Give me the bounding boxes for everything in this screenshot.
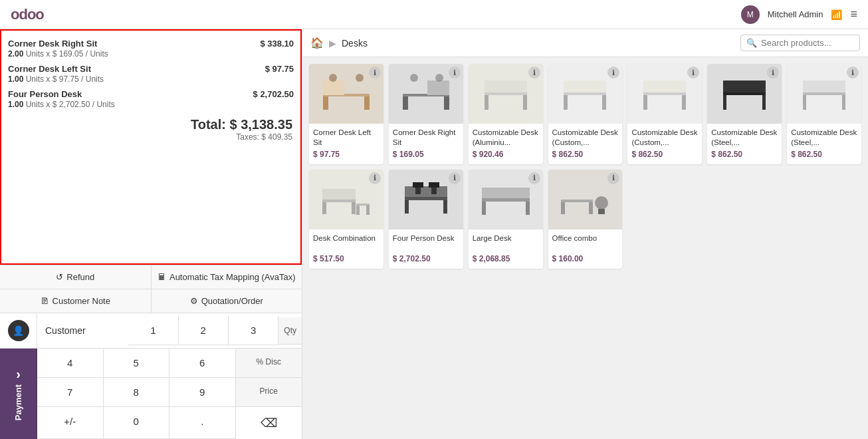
product-details: Customizable Desk (Steel,... $ 862.50 [707,124,782,164]
numpad-dot[interactable]: . [169,407,236,439]
hamburger-menu-icon[interactable]: ≡ [850,7,857,21]
quotation-tab[interactable]: ⚙ Quotation/Order [152,289,302,313]
refund-button[interactable]: ↺ Refund [0,265,152,289]
payment-label: Payment [13,384,23,420]
qty-key[interactable]: Qty [278,317,302,345]
products-area: ℹ Corner Desk Left Sit $ 97.75 [302,57,868,439]
product-info-icon[interactable]: ℹ [449,172,461,184]
search-icon: 🔍 [746,38,757,48]
product-info-icon[interactable]: ℹ [767,67,779,78]
desk-image-svg [479,180,532,220]
product-card[interactable]: ℹ Corner Desk Right Sit $ 169.05 [389,64,463,164]
product-details: Customizable Desk (Aluminiu... $ 920.46 [469,124,543,164]
customer-note-tab[interactable]: 🖹 Customer Note [0,289,152,313]
order-item[interactable]: Corner Desk Left Sit $ 97.75 1.00 Units … [7,61,295,86]
product-details: Large Desk $ 2,068.85 [469,229,543,269]
product-info-icon[interactable]: ℹ [369,172,381,184]
product-name: Customizable Desk (Custom,... [631,128,698,148]
right-panel: 🏠 ▶ Desks 🔍 [302,29,868,439]
order-total: Total: $ 3,138.35 [9,117,292,132]
payment-button[interactable]: › Payment [0,349,37,439]
svg-rect-32 [842,95,845,110]
product-info-icon[interactable]: ℹ [607,67,619,78]
product-card[interactable]: ℹ Customizable Desk (Custom,... $ 862.50 [548,64,623,164]
product-details: Four Person Desk $ 2,702.50 [389,229,463,269]
tabs-row: 🖹 Customer Note ⚙ Quotation/Order [0,289,302,313]
product-card[interactable]: ℹ Office combo $ 160.00 [548,170,623,269]
item-detail: 1.00 Units x $ 97.75 / Units [8,74,294,84]
product-info-icon[interactable]: ℹ [687,67,699,78]
price-key[interactable]: Price [236,378,302,407]
product-details: Customizable Desk (Custom,... $ 862.50 [548,124,623,164]
numpad-plus-minus[interactable]: +/- [37,407,104,439]
home-icon[interactable]: 🏠 [310,37,324,49]
numpad-grid: 4 5 6 % Disc 7 8 9 Price +/- 0 . ⌫ [37,349,302,439]
top-navigation: odoo M Mitchell Admin 📶 ≡ [0,0,868,29]
product-name: Large Desk [473,233,539,252]
product-name: Office combo [552,233,619,252]
svg-rect-34 [322,200,356,202]
item-name: Four Person Desk [8,89,82,99]
product-card[interactable]: ℹ Customizable Desk (Steel,... $ 862.50 [787,64,861,164]
product-card[interactable]: ℹ Corner Desk Left Sit $ 97.75 [309,64,383,164]
product-info-icon[interactable]: ℹ [607,172,619,184]
odoo-logo: odoo [11,6,44,23]
numpad-2[interactable]: 2 [179,316,229,345]
svg-point-12 [410,74,418,82]
product-price: $ 862.50 [631,150,698,159]
numpad-8[interactable]: 8 [104,378,170,407]
product-price: $ 97.75 [313,150,380,159]
product-image: ℹ [389,170,463,229]
numpad-backspace[interactable]: ⌫ [236,407,302,439]
product-name: Customizable Desk (Steel,... [711,128,778,148]
tax-mapping-button[interactable]: 🖩 Automatic Tax Mapping (AvaTax) [152,265,302,289]
item-price: $ 338.10 [260,39,294,49]
main-layout: Corner Desk Right Sit $ 338.10 2.00 Unit… [0,29,868,439]
product-card[interactable]: ℹ Desk Combination $ 517.50 [309,170,383,269]
numpad-7[interactable]: 7 [37,378,104,407]
svg-rect-54 [561,202,565,214]
numpad-3[interactable]: 3 [229,316,278,345]
order-item[interactable]: Corner Desk Right Sit $ 338.10 2.00 Unit… [7,36,295,61]
order-item[interactable]: Four Person Desk $ 2,702.50 1.00 Units x… [7,86,295,112]
person-icon: 👤 [13,325,24,336]
svg-rect-2 [364,96,370,110]
svg-rect-11 [427,80,449,95]
numpad-6[interactable]: 6 [169,349,236,378]
product-details: Corner Desk Left Sit $ 97.75 [309,124,383,164]
product-info-icon[interactable]: ℹ [528,67,540,78]
product-card[interactable]: ℹ Customizable Desk (Steel,... $ 862.50 [707,64,782,164]
product-image: ℹ [469,64,543,124]
customer-avatar: 👤 [8,320,29,341]
desk-image-svg [399,74,453,114]
numpad-1[interactable]: 1 [128,316,178,345]
product-name: Customizable Desk (Aluminiu... [473,128,539,148]
svg-rect-57 [598,209,605,214]
product-card[interactable]: ℹ Large Desk $ 2,068.85 [469,170,543,269]
numpad-4[interactable]: 4 [37,349,104,378]
product-info-icon[interactable]: ℹ [847,67,859,78]
svg-rect-23 [643,95,647,110]
payment-arrow-icon: › [16,366,21,382]
customer-label[interactable]: Customer [37,319,128,343]
order-items-list: Corner Desk Right Sit $ 338.10 2.00 Unit… [0,29,302,265]
svg-rect-51 [526,202,530,215]
breadcrumb-separator: ▶ [329,38,336,49]
product-info-icon[interactable]: ℹ [528,172,540,184]
product-card[interactable]: ℹ Four Person Desk $ 2,702.50 [389,170,463,269]
svg-rect-37 [322,189,356,200]
numpad-5[interactable]: 5 [104,349,170,378]
svg-rect-48 [429,182,439,188]
numpad-9[interactable]: 9 [169,378,236,407]
disc-key[interactable]: % Disc [236,349,302,378]
order-taxes: Taxes: $ 409.35 [9,132,292,142]
product-card[interactable]: ℹ Customizable Desk (Aluminiu... $ 920.4… [469,64,543,164]
product-name: Corner Desk Left Sit [313,128,380,148]
product-info-icon[interactable]: ℹ [449,67,461,78]
quotation-icon: ⚙ [190,296,198,306]
search-input[interactable] [761,38,854,48]
product-card[interactable]: ℹ Customizable Desk (Custom,... $ 862.50 [627,64,702,164]
product-info-icon[interactable]: ℹ [369,67,381,78]
numpad-0[interactable]: 0 [104,407,170,439]
svg-rect-17 [485,80,527,92]
